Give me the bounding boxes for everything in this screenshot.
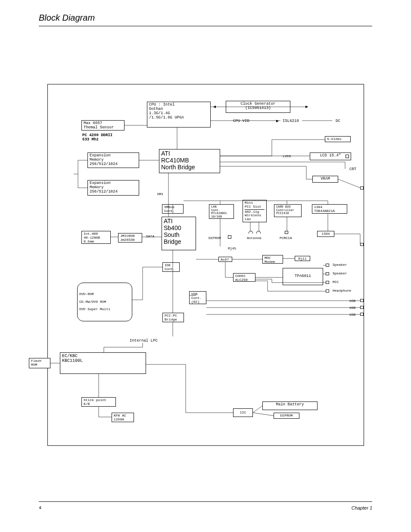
antenna-label: Antenna	[247, 236, 262, 240]
main-battery-block: Main Battery	[262, 401, 318, 410]
crt-label: CRT	[349, 167, 356, 171]
thermal-sensor-block: Max 6657 Themal Sensor	[81, 120, 125, 131]
headphone-port	[326, 289, 329, 292]
smbus-block: SMBusCont.	[162, 204, 184, 214]
footer-chapter: Chapter 1	[352, 505, 372, 510]
lan-block: LANCont.RTL8100CL10/100	[209, 204, 234, 219]
dmi-label: DMI	[157, 192, 163, 196]
flash-rom-block: FlashROM	[29, 358, 50, 368]
vram-block: VRAM	[312, 176, 338, 183]
speaker2-label: Speaker	[333, 271, 347, 275]
clockgen-line1: Clock Generator	[240, 102, 275, 106]
ide-block: IDECont.	[162, 262, 180, 272]
usb2-label: USB	[349, 306, 355, 310]
svideo-block: S-Video	[325, 136, 351, 142]
cpu-line1: CPU : Intel	[149, 103, 174, 107]
mic-label: MIC	[333, 280, 339, 284]
optical-drive-block: DVD-ROMCD-RW/DVD ROMDVD Super Multi	[77, 283, 132, 321]
pcmcia-port-icon	[285, 231, 288, 234]
ieee1394-chip-block: 1394TSB43AB21A	[312, 204, 347, 214]
footer-page-number: 4	[39, 506, 41, 510]
south-bridge-block: ATI Sb400 South Bridge	[162, 217, 196, 250]
sata-label: SATA	[146, 234, 154, 238]
thermal-line1: Max 6657	[84, 121, 102, 125]
cpu-block: CPU : Intel Dothan 1.3G/1.4G /1.5G/1.6G …	[147, 102, 211, 128]
cpu-line4: /1.5G/1.6G UPGA	[149, 115, 184, 120]
usb3-port	[360, 313, 364, 316]
ddr-label: PC 4200 DDRII533 Mhz	[82, 133, 112, 142]
lcd-block: LCD 15.4"	[310, 152, 351, 160]
i2c-block: I2C	[233, 408, 253, 417]
rj45-label: Rj45	[228, 246, 236, 250]
headphone-label: Headphone	[333, 289, 351, 292]
clockgen-line2: (ICS951413)	[245, 106, 271, 110]
pcmcia-label: PCMCIA	[280, 236, 292, 240]
eeprom-label: EEPROM	[209, 236, 221, 240]
jmicron-block: JMICRONJm20330	[118, 233, 142, 243]
north-bridge-block: ATI RC410MB North Bridge	[159, 149, 220, 173]
hdd-block: Int-HDD40-120GB9.5mm	[81, 231, 111, 244]
block-diagram: CPU : Intel Dothan 1.3G/1.4G /1.5G/1.6G …	[47, 84, 364, 446]
rj11-block: Rj11	[295, 256, 310, 261]
ieee1394-port: 1394	[317, 231, 334, 237]
page-title: Block Diagram	[39, 13, 95, 23]
cpu-line3: 1.3G/1.4G	[149, 111, 170, 115]
internal-lpc-label: Internal LPC	[130, 339, 158, 343]
mini-pci-block: MiniPCI Slot 802.11gWirelessLan	[243, 200, 267, 222]
vram-port-icon	[360, 187, 364, 190]
svg-line-36	[253, 406, 262, 413]
usb-cont-block: USBCont.(02)	[189, 291, 206, 304]
cardbus-block: CARD BUSControllerPCI1410	[274, 204, 302, 217]
dc-label: DC	[336, 119, 340, 123]
clock-generator-block: Clock Generator (ICS951413)	[226, 101, 290, 113]
usb3-label: USB	[349, 313, 355, 317]
tpa-block: TPA6011	[283, 268, 323, 285]
antenna-icon-2	[256, 231, 261, 233]
cpuvid-label: CPU VID	[233, 119, 249, 123]
kpaac-block: KPA AC1269A	[112, 413, 134, 422]
footer-divider	[39, 501, 372, 502]
lvds-label: LVDS	[283, 154, 291, 158]
usb2-port	[360, 306, 364, 309]
thermal-line2: Themal Sensor	[84, 125, 114, 130]
lcd-port-icon	[346, 155, 349, 158]
expansion-memory-2: ExpansionMemory256/512/1024	[87, 180, 139, 196]
speaker2-port	[326, 272, 329, 275]
svg-line-37	[253, 413, 274, 416]
eckbc-block: EC/KBCKBC1100L	[60, 352, 146, 374]
isl-label: ISL6218	[283, 119, 299, 123]
mdc-modem-block: MDCModem	[262, 255, 283, 264]
header-divider	[39, 26, 372, 26]
speaker1-label: Speaker	[333, 263, 347, 267]
antenna-icon	[249, 231, 253, 233]
expansion-memory-1: ExpansionMemory256/512/1024	[87, 152, 139, 168]
usb1-label: USB	[349, 299, 355, 303]
pcipc-bridge-block: PCI-PCBridge	[162, 313, 184, 322]
stickpoint-block: Stick pointK/B	[81, 397, 116, 407]
speaker1-port	[326, 264, 329, 267]
svg-line-38	[338, 179, 360, 188]
usb1-port	[360, 299, 364, 302]
ac97-block: Ac97	[218, 257, 232, 262]
cpu-line2: Dothan	[149, 107, 163, 111]
eeprom-icon	[228, 235, 231, 239]
battery-eeprom-block: EEPROM	[274, 413, 299, 419]
ieee1394-ext-port-icon	[360, 243, 364, 246]
codec-block: CODECALC250	[233, 273, 255, 282]
mic-port	[326, 281, 329, 284]
